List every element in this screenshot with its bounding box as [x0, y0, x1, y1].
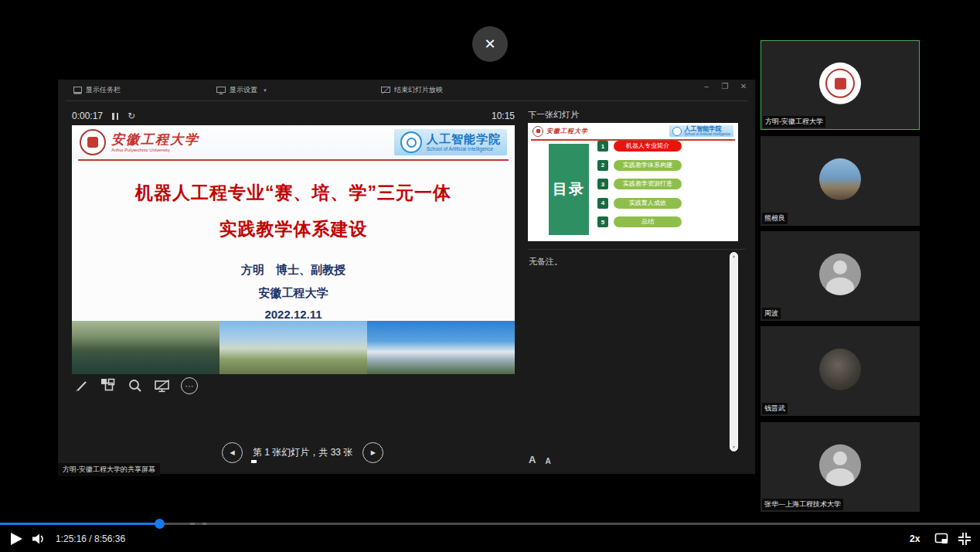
university-name-cn-small: 安徽工程大学 — [546, 127, 588, 135]
show-taskbar-button[interactable]: 显示任务栏 — [73, 85, 121, 95]
school-name-en: School of Artificial Intelligence — [427, 146, 501, 152]
progress-marker — [202, 523, 206, 525]
close-window-button[interactable]: ✕ — [738, 82, 749, 90]
university-seal-logo — [80, 129, 106, 155]
participant-tile[interactable]: 熊根良 — [761, 136, 920, 226]
slide-title-line2: 实践教学体系建设 — [72, 217, 515, 241]
participant-name: 张华—上海工程技术大学 — [762, 499, 843, 510]
chevron-down-icon: ▼ — [263, 88, 267, 93]
black-screen-button[interactable] — [154, 377, 171, 394]
volume-icon — [31, 532, 46, 546]
next-slide-label: 下一张幻灯片 — [528, 109, 579, 121]
participant-tile[interactable]: 周波 — [761, 231, 920, 321]
next-slide-button[interactable]: ▶ — [362, 442, 383, 463]
shared-screen-label: 方明-安徽工程大学的共享屏幕 — [58, 463, 160, 476]
minimize-button[interactable]: – — [701, 82, 712, 90]
close-icon: ✕ — [484, 36, 495, 53]
toc-item: 1 机器人专业简介 — [597, 141, 682, 152]
restore-button[interactable]: ❐ — [720, 82, 730, 90]
close-overlay-button[interactable]: ✕ — [472, 26, 508, 62]
thumbnail-header: 安徽工程大学 人工智能学院 School of Artificial Intel… — [528, 123, 738, 139]
pen-tool-button[interactable] — [73, 377, 90, 394]
notes-font-controls: A A — [529, 454, 551, 465]
restart-timer-button[interactable]: ↻ — [128, 111, 135, 121]
taskbar-icon — [73, 87, 82, 94]
toc-item: 2 实践教学体系构建 — [597, 160, 682, 171]
end-slideshow-icon — [381, 87, 390, 94]
notes-scrollbar[interactable]: ▲▼ — [730, 252, 738, 451]
timer-row: 0:00:17 ↻ — [72, 111, 135, 121]
school-name-cn: 人工智能学院 — [427, 133, 501, 145]
end-slideshow-button[interactable]: 结束幻灯片放映 — [381, 85, 443, 95]
toc-item: 4 实践育人成效 — [597, 198, 682, 209]
toc-list: 1 机器人专业简介 2 实践教学体系构建 3 实践教学资源打造 4 实践育人成效… — [597, 141, 682, 227]
slide-navigation: ◀ 第 1 张幻灯片，共 33 张 ▶ — [222, 442, 383, 463]
slide-grid-icon — [100, 378, 116, 394]
time-display: 1:25:16 / 8:56:36 — [56, 533, 125, 544]
blank-screen-icon — [154, 378, 171, 394]
play-button[interactable] — [11, 533, 22, 545]
pause-timer-button[interactable] — [112, 113, 118, 120]
display-settings-icon — [216, 87, 226, 94]
toc-title: 目录 — [553, 179, 585, 199]
slide-header: 安徽工程大学 Anhui Polytechnic University 人工智能… — [72, 125, 515, 159]
ellipsis-icon: ⋯ — [185, 382, 194, 390]
clock-time: 10:15 — [484, 111, 515, 121]
arrow-right-icon: ▶ — [371, 449, 376, 456]
avatar — [819, 158, 861, 200]
avatar — [819, 254, 861, 295]
avatar — [819, 445, 861, 486]
seek-handle[interactable] — [155, 519, 165, 529]
next-slide-thumbnail[interactable]: 安徽工程大学 人工智能学院 School of Artificial Intel… — [528, 123, 738, 241]
increase-font-button[interactable]: A — [529, 454, 536, 465]
seek-bar[interactable] — [0, 523, 980, 525]
zoom-slide-button[interactable] — [127, 377, 144, 394]
presenter-name: 方明 博士、副教授 — [72, 263, 515, 278]
university-seal-logo-small — [533, 126, 543, 137]
more-options-button[interactable]: ⋯ — [181, 377, 198, 394]
arrow-left-icon: ◀ — [230, 449, 234, 456]
school-logo-small — [672, 127, 682, 136]
participant-name: 钱晋武 — [762, 403, 788, 414]
toc-item: 5 总结 — [597, 216, 682, 227]
toolbar-divider — [66, 101, 747, 101]
playback-speed-button[interactable]: 2x — [910, 533, 920, 544]
slide-progress-marker — [251, 460, 257, 463]
presenter-affiliation: 安徽工程大学 — [72, 286, 515, 301]
notes-text: 无备注。 — [529, 256, 563, 267]
participant-tile[interactable]: 方明-安徽工程大学 — [761, 40, 920, 130]
progress-marker — [190, 523, 195, 525]
window-controls: – ❐ ✕ — [701, 82, 749, 90]
university-name-en: Anhui Polytechnic University — [111, 148, 199, 152]
previous-slide-button[interactable]: ◀ — [222, 442, 243, 463]
pip-button[interactable] — [934, 532, 949, 548]
pen-icon — [73, 378, 89, 394]
school-logo — [400, 131, 422, 153]
volume-button[interactable] — [31, 532, 46, 549]
participant-tile[interactable]: 钱晋武 — [761, 326, 920, 416]
pip-icon — [934, 532, 949, 545]
slide-position-text: 第 1 张幻灯片，共 33 张 — [253, 446, 352, 459]
presentation-date: 2022.12.11 — [72, 308, 515, 321]
campus-photo-plaza — [219, 321, 367, 374]
school-banner-small: 人工智能学院 School of Artificial Intelligence — [669, 125, 733, 138]
avatar — [819, 63, 861, 104]
campus-photo-lake — [72, 321, 219, 374]
presenter-view-window: 显示任务栏 显示设置 ▼ 结束幻灯片放映 – ❐ ✕ 0:00:17 ↻ 10:… — [58, 80, 755, 474]
exit-fullscreen-button[interactable] — [958, 532, 971, 549]
notes-divider — [528, 249, 746, 250]
decrease-font-button[interactable]: A — [545, 457, 550, 465]
elapsed-time: 0:00:17 — [72, 111, 103, 121]
avatar — [819, 349, 861, 390]
school-banner: 人工智能学院 School of Artificial Intelligence — [394, 129, 507, 155]
annotation-toolbar: ⋯ — [73, 377, 198, 394]
campus-photo-strip — [72, 321, 515, 374]
display-settings-button[interactable]: 显示设置 ▼ — [216, 85, 267, 95]
magnifier-icon — [128, 378, 143, 394]
toc-title-block: 目录 — [549, 144, 589, 235]
university-name-cn: 安徽工程大学 — [111, 133, 199, 146]
participant-name: 方明-安徽工程大学 — [763, 116, 825, 128]
participant-tile[interactable]: 张华—上海工程技术大学 — [761, 422, 920, 512]
participant-name: 熊根良 — [762, 213, 788, 224]
see-all-slides-button[interactable] — [100, 377, 117, 394]
